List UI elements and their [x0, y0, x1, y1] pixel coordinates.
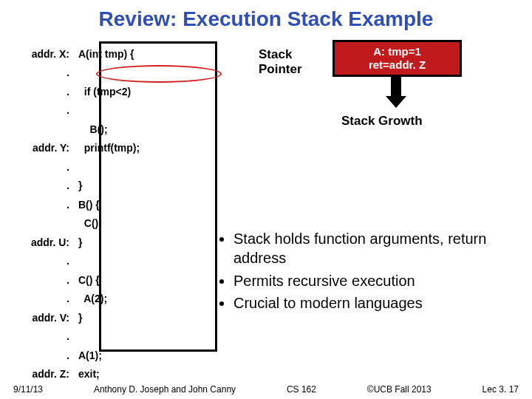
- addr-label: .: [24, 255, 74, 267]
- code-row: . if (tmp<2): [24, 82, 197, 101]
- code-row: .: [24, 252, 197, 271]
- stack-pointer-label: Stack Pointer: [259, 47, 302, 78]
- code-row: .: [24, 327, 197, 347]
- addr-label: .: [24, 161, 74, 173]
- stack-growth-label: Stack Growth: [341, 114, 423, 129]
- footer-course: CS 162: [287, 384, 316, 395]
- footer: 9/11/13 Anthony D. Joseph and John Canny…: [0, 384, 532, 395]
- stack-frame-a: A: tmp=1 ret=addr. Z: [335, 42, 460, 75]
- slide-title: Review: Execution Stack Example: [0, 0, 532, 44]
- code-text: }: [74, 236, 197, 248]
- code-text: if (tmp<2): [74, 86, 197, 98]
- footer-lec: Lec 3. 17: [482, 384, 519, 395]
- code-row: B();: [24, 120, 197, 139]
- code-row: addr. X:A(int tmp) {: [24, 44, 197, 64]
- arrow-down-icon: [391, 75, 406, 108]
- code-row: addr. V:}: [24, 308, 197, 327]
- addr-label: .: [24, 104, 74, 116]
- addr-label: addr. V:: [24, 312, 74, 324]
- code-row: addr. Y: printf(tmp);: [24, 139, 197, 158]
- code-text: }: [74, 312, 197, 324]
- code-row: .: [24, 64, 197, 83]
- addr-label: .: [24, 86, 74, 98]
- code-text: }: [74, 180, 197, 191]
- addr-label: addr. X:: [24, 48, 74, 60]
- code-text: C() {: [74, 274, 197, 286]
- code-row: .A(1);: [24, 346, 197, 365]
- code-row: .: [24, 101, 197, 120]
- content-area: addr. X:A(int tmp) {.. if (tmp<2). B();a…: [0, 44, 532, 384]
- sp-line1: Stack: [259, 47, 292, 61]
- addr-label: .: [24, 293, 74, 304]
- addr-label: addr. Y:: [24, 142, 74, 154]
- addr-label: .: [24, 199, 74, 211]
- bullet-item: Crucial to modern languages: [233, 293, 522, 313]
- frame-a-line2: ret=addr. Z: [369, 58, 426, 71]
- code-row: . A(2);: [24, 290, 197, 309]
- code-row: addr. Z:exit;: [24, 365, 197, 384]
- code-text: B() {: [74, 199, 197, 211]
- code-text: B();: [74, 123, 197, 135]
- footer-authors: Anthony D. Joseph and John Canny: [94, 384, 236, 395]
- bullet-item: Permits recursive execution: [233, 271, 522, 290]
- addr-label: .: [24, 180, 74, 191]
- code-row: addr. U:}: [24, 233, 197, 252]
- code-text: C();: [74, 217, 197, 229]
- frame-a-line1: A: tmp=1: [373, 45, 421, 58]
- code-text: printf(tmp);: [74, 142, 197, 154]
- sp-line2: Pointer: [259, 62, 302, 76]
- code-text: A(2);: [74, 293, 197, 304]
- addr-label: addr. U:: [24, 236, 74, 248]
- code-listing: addr. X:A(int tmp) {.. if (tmp<2). B();a…: [24, 44, 197, 361]
- code-row: C();: [24, 214, 197, 233]
- bullet-item: Stack holds function arguments, return a…: [233, 229, 522, 268]
- footer-date: 9/11/13: [13, 384, 43, 395]
- stack-frame-box: A: tmp=1 ret=addr. Z: [332, 40, 462, 77]
- addr-label: .: [24, 349, 74, 361]
- addr-label: .: [24, 66, 74, 78]
- footer-copyright: ©UCB Fall 2013: [367, 384, 432, 395]
- code-text: A(int tmp) {: [74, 48, 197, 60]
- addr-label: addr. Z:: [24, 368, 74, 380]
- addr-label: .: [24, 330, 74, 342]
- code-row: .}: [24, 177, 197, 196]
- bullet-list: Stack holds function arguments, return a…: [219, 229, 522, 316]
- addr-label: .: [24, 274, 74, 286]
- code-text: A(1);: [74, 349, 197, 361]
- code-row: .: [24, 157, 197, 177]
- code-row: .C() {: [24, 270, 197, 290]
- code-text: exit;: [74, 368, 197, 380]
- code-row: .B() {: [24, 195, 197, 214]
